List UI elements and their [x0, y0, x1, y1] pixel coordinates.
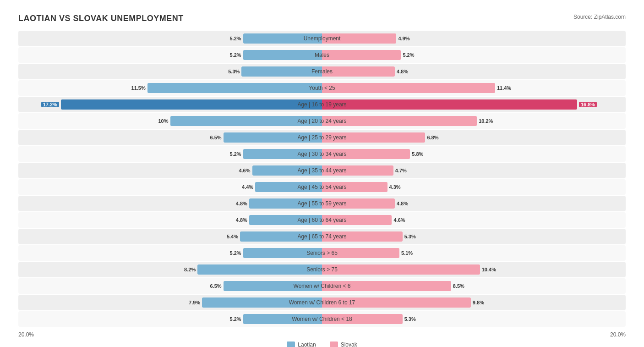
bar-row: 5.2%5.3%Women w/ Children < 18 [18, 311, 626, 327]
bar-value-right: 5.1% [401, 250, 413, 256]
bar-row: 5.2%5.1%Seniors > 65 [18, 245, 626, 261]
axis-left: 20.0% [18, 331, 34, 338]
bar-value-right: 5.8% [412, 151, 423, 157]
bar-row: 4.6%4.7%Age | 35 to 44 years [18, 163, 626, 178]
legend-slovak-label: Slovak [341, 341, 357, 347]
bar-row: 5.3%4.8%Females [18, 64, 626, 79]
bar-value-right: 4.8% [397, 69, 408, 74]
bar-row: 7.9%9.8%Women w/ Children 6 to 17 [18, 295, 626, 310]
bar-value-left: 5.3% [228, 69, 240, 74]
legend-slovak: Slovak [330, 341, 357, 347]
bar-value-right: 9.8% [473, 300, 484, 305]
bar-value-left: 6.5% [210, 283, 221, 289]
bar-row: 4.4%4.3%Age | 45 to 54 years [18, 179, 626, 195]
chart-source: Source: ZipAtlas.com [573, 14, 626, 20]
bar-value-left: 4.6% [239, 168, 250, 173]
bar-value-right: 5.3% [404, 234, 416, 239]
bar-value-right: 5.2% [403, 52, 414, 58]
bar-value-right: 11.4% [497, 85, 511, 91]
legend-slovak-color [330, 341, 338, 347]
bar-value-left: 4.8% [236, 217, 247, 223]
bar-row: 17.2%16.8%Age | 16 to 19 years [18, 97, 626, 112]
chart-title: LAOTIAN VS SLOVAK UNEMPLOYMENT [18, 14, 184, 23]
bar-row: 5.2%5.8%Age | 30 to 34 years [18, 146, 626, 162]
bar-value-right: 6.8% [427, 135, 438, 140]
bar-row: 5.4%5.3%Age | 65 to 74 years [18, 229, 626, 244]
chart-header: LAOTIAN VS SLOVAK UNEMPLOYMENT Source: Z… [18, 14, 626, 23]
bar-row: 5.2%4.9%Unemployment [18, 31, 626, 46]
bar-row: 5.2%5.2%Males [18, 47, 626, 63]
bar-row: 11.5%11.4%Youth < 25 [18, 80, 626, 96]
bar-value-right: 10.2% [479, 118, 493, 124]
bar-value-left: 5.2% [230, 36, 241, 41]
bar-value-left: 6.5% [210, 135, 221, 140]
legend: Laotian Slovak [18, 341, 626, 347]
bar-value-left: 10% [158, 118, 168, 124]
bar-value-left: 5.4% [227, 234, 238, 239]
bar-value-right: 16.8% [579, 102, 597, 107]
bar-value-right: 4.9% [398, 36, 409, 41]
bar-value-left: 5.2% [230, 250, 241, 256]
bar-row: 10%10.2%Age | 20 to 24 years [18, 113, 626, 129]
bar-value-right: 4.6% [393, 217, 405, 223]
bar-row: 4.8%4.8%Age | 55 to 59 years [18, 196, 626, 211]
bar-value-left: 4.8% [236, 201, 247, 206]
bar-value-right: 4.3% [389, 184, 401, 190]
bar-value-left: 8.2% [184, 267, 196, 272]
bar-value-left: 11.5% [131, 85, 146, 91]
bar-value-right: 10.4% [482, 267, 496, 272]
bar-value-left: 17.2% [41, 102, 59, 107]
bar-value-left: 7.9% [189, 300, 200, 305]
bar-row: 8.2%10.4%Seniors > 75 [18, 262, 626, 277]
legend-laotian-label: Laotian [298, 341, 316, 347]
bar-value-left: 4.4% [242, 184, 253, 190]
bar-row: 6.5%8.5%Women w/ Children < 6 [18, 278, 626, 294]
bar-value-left: 5.2% [230, 151, 241, 157]
chart-container: LAOTIAN VS SLOVAK UNEMPLOYMENT Source: Z… [9, 9, 635, 347]
bar-value-left: 5.2% [230, 316, 241, 322]
bar-value-right: 5.3% [404, 316, 416, 322]
axis-row: 20.0% 20.0% [18, 331, 626, 338]
bar-value-right: 4.7% [395, 168, 407, 173]
bar-row: 4.8%4.6%Age | 60 to 64 years [18, 212, 626, 228]
legend-laotian-color [287, 341, 295, 347]
axis-right: 20.0% [610, 331, 626, 338]
chart-area: 5.2%4.9%Unemployment5.2%5.2%Males5.3%4.8… [18, 31, 626, 327]
bar-row: 6.5%6.8%Age | 25 to 29 years [18, 130, 626, 145]
bar-value-left: 5.2% [230, 52, 241, 58]
bar-value-right: 4.8% [397, 201, 408, 206]
bar-value-right: 8.5% [453, 283, 464, 289]
legend-laotian: Laotian [287, 341, 316, 347]
